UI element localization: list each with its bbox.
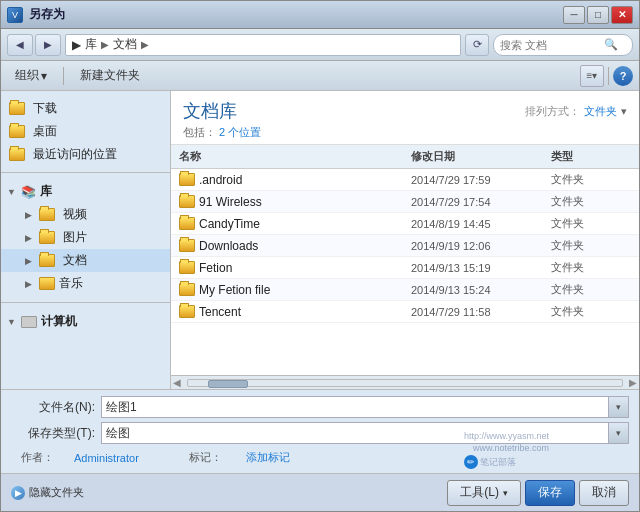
- tools-dropdown-icon: ▾: [503, 488, 508, 498]
- table-row[interactable]: Fetion 2014/9/13 15:19 文件夹: [171, 257, 639, 279]
- file-type: 文件夹: [551, 172, 631, 187]
- new-folder-button[interactable]: 新建文件夹: [72, 65, 148, 87]
- filename-label: 文件名(N):: [11, 399, 101, 416]
- filetype-label: 保存类型(T):: [11, 425, 101, 442]
- tools-button[interactable]: 工具(L) ▾: [447, 480, 521, 506]
- author-label: 作者：: [21, 450, 54, 465]
- col-header-name[interactable]: 名称: [179, 149, 411, 164]
- minimize-button[interactable]: ─: [563, 6, 585, 24]
- filename-dropdown-btn[interactable]: ▾: [609, 396, 629, 418]
- sidebar: 下载 桌面 最近访问的位置 ▼ 📚 库: [1, 91, 171, 389]
- folder-icon: [179, 261, 195, 274]
- toolbar: 组织 ▾ 新建文件夹 ≡ ▾ ?: [1, 61, 639, 91]
- table-row[interactable]: Downloads 2014/9/19 12:06 文件夹: [171, 235, 639, 257]
- save-button[interactable]: 保存: [525, 480, 575, 506]
- sort-controls: 排列方式： 文件夹 ▾: [525, 104, 627, 119]
- sort-dropdown-icon: ▾: [621, 105, 627, 118]
- sidebar-label-music: 音乐: [59, 275, 83, 292]
- libraries-header[interactable]: ▼ 📚 库: [1, 180, 170, 203]
- sidebar-item-downloads[interactable]: 下载: [1, 97, 170, 120]
- close-button[interactable]: ✕: [611, 6, 633, 24]
- file-type: 文件夹: [551, 304, 631, 319]
- sidebar-item-desktop[interactable]: 桌面: [1, 120, 170, 143]
- file-name: .android: [199, 173, 411, 187]
- table-row[interactable]: My Fetion file 2014/9/13 15:24 文件夹: [171, 279, 639, 301]
- address-bar: ◀ ▶ ▶ 库 ▶ 文档 ▶ ⟳ 🔍: [1, 29, 639, 61]
- help-button[interactable]: ?: [613, 66, 633, 86]
- filetype-dropdown-btn[interactable]: ▾: [609, 422, 629, 444]
- right-panel: 文档库 排列方式： 文件夹 ▾ 包括： 2 个位置 名称 修改日期: [171, 91, 639, 389]
- col-header-date[interactable]: 修改日期: [411, 149, 551, 164]
- organize-button[interactable]: 组织 ▾: [7, 65, 55, 87]
- address-path[interactable]: ▶ 库 ▶ 文档 ▶: [65, 34, 461, 56]
- scrollbar-thumb[interactable]: [208, 380, 248, 388]
- cancel-button[interactable]: 取消: [579, 480, 629, 506]
- file-type: 文件夹: [551, 260, 631, 275]
- scroll-left-btn[interactable]: ◀: [171, 377, 183, 388]
- folder-icon: [9, 125, 25, 138]
- folder-icon: [179, 305, 195, 318]
- table-row[interactable]: .android 2014/7/29 17:59 文件夹: [171, 169, 639, 191]
- expand-icon: ▶: [25, 256, 35, 266]
- sidebar-item-videos[interactable]: ▶ 视频: [1, 203, 170, 226]
- sort-value[interactable]: 文件夹: [584, 104, 617, 119]
- file-list: 名称 修改日期 类型 .android 2014/7/29 17:59 文件夹 …: [171, 145, 639, 375]
- file-name: 91 Wireless: [199, 195, 411, 209]
- expand-icon: ▶: [25, 279, 35, 289]
- main-content: 下载 桌面 最近访问的位置 ▼ 📚 库: [1, 91, 639, 389]
- watermark-url1: http://www.yyasm.net: [464, 430, 549, 443]
- folder-icon: [39, 277, 55, 290]
- tags-value[interactable]: 添加标记: [246, 450, 290, 465]
- hide-folders-toggle[interactable]: ▶ 隐藏文件夹: [11, 485, 84, 500]
- scroll-right-btn[interactable]: ▶: [627, 377, 639, 388]
- search-input[interactable]: [500, 39, 600, 51]
- watermark-logo: ✏ 笔记部落: [464, 455, 549, 469]
- sort-label: 排列方式：: [525, 104, 580, 119]
- file-date: 2014/9/19 12:06: [411, 240, 551, 252]
- view-toggle-button[interactable]: ≡ ▾: [580, 65, 604, 87]
- table-row[interactable]: CandyTime 2014/8/19 14:45 文件夹: [171, 213, 639, 235]
- forward-button[interactable]: ▶: [35, 34, 61, 56]
- search-icon[interactable]: 🔍: [604, 38, 618, 51]
- file-date: 2014/7/29 11:58: [411, 306, 551, 318]
- computer-header[interactable]: ▼ 计算机: [1, 310, 170, 333]
- file-date: 2014/9/13 15:24: [411, 284, 551, 296]
- view-dropdown-icon: ▾: [592, 70, 597, 81]
- folder-icon: [179, 217, 195, 230]
- window-icon: V: [7, 7, 23, 23]
- expand-icon: ▼: [7, 317, 17, 327]
- action-buttons: 工具(L) ▾ 保存 取消: [447, 480, 629, 506]
- watermark: http://www.yyasm.net www.notetribe.com ✏…: [464, 430, 549, 469]
- path-sep-2: ▶: [141, 39, 149, 50]
- refresh-button[interactable]: ⟳: [465, 34, 489, 56]
- sidebar-divider-1: [1, 172, 170, 173]
- horizontal-scrollbar[interactable]: ◀ ▶: [171, 375, 639, 389]
- scrollbar-track: [187, 379, 623, 387]
- sidebar-item-recent[interactable]: 最近访问的位置: [1, 143, 170, 166]
- sidebar-item-pictures[interactable]: ▶ 图片: [1, 226, 170, 249]
- sidebar-item-documents[interactable]: ▶ 文档: [1, 249, 170, 272]
- back-button[interactable]: ◀: [7, 34, 33, 56]
- file-date: 2014/7/29 17:54: [411, 196, 551, 208]
- sidebar-item-music[interactable]: ▶ 音乐: [1, 272, 170, 295]
- toolbar-right: ≡ ▾ ?: [580, 65, 633, 87]
- filename-input[interactable]: [101, 396, 609, 418]
- folder-icon: [39, 254, 55, 267]
- maximize-button[interactable]: □: [587, 6, 609, 24]
- sidebar-label-desktop: 桌面: [33, 123, 57, 140]
- search-box: 🔍: [493, 34, 633, 56]
- libraries-icon: 📚: [21, 185, 36, 199]
- filename-input-wrapper: ▾: [101, 396, 629, 418]
- expand-icon: ▶: [25, 210, 35, 220]
- table-row[interactable]: 91 Wireless 2014/7/29 17:54 文件夹: [171, 191, 639, 213]
- computer-icon: [21, 316, 37, 328]
- library-locations-link[interactable]: 2 个位置: [219, 126, 261, 138]
- folder-icon: [9, 102, 25, 115]
- sidebar-label-downloads: 下载: [33, 100, 57, 117]
- computer-group: ▼ 计算机: [1, 307, 170, 336]
- toolbar-sep-2: [608, 67, 609, 85]
- col-header-type[interactable]: 类型: [551, 149, 631, 164]
- table-row[interactable]: Tencent 2014/7/29 11:58 文件夹: [171, 301, 639, 323]
- author-value[interactable]: Administrator: [74, 452, 139, 464]
- folder-icon: [179, 173, 195, 186]
